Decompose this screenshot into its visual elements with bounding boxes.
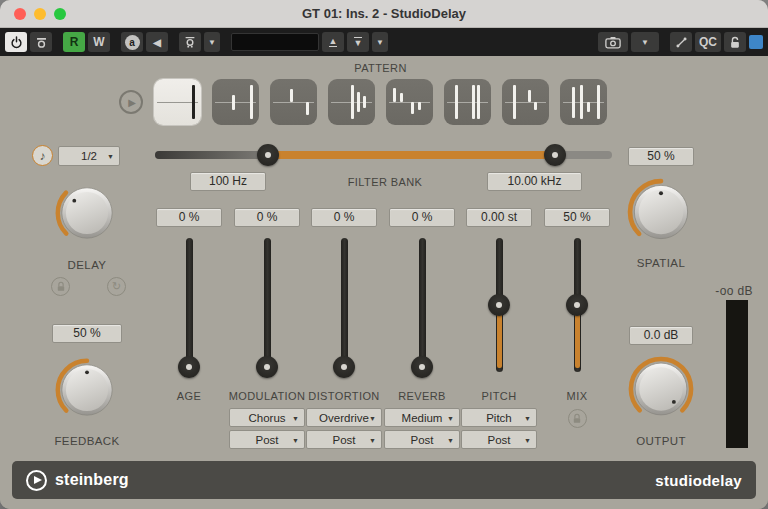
unlock-icon [729, 36, 741, 49]
delay-sync-value: 1/2 [81, 150, 97, 162]
reverb-type-dropdown[interactable]: Medium▼ [384, 408, 460, 427]
age-slider-handle[interactable] [178, 356, 200, 378]
lock-icon [572, 413, 582, 424]
pitch-value[interactable]: 0.00 st [466, 208, 532, 227]
preset-management-button[interactable] [179, 32, 201, 52]
distortion-type-dropdown[interactable]: Overdrive▼ [306, 408, 382, 427]
pattern-button-3[interactable] [270, 79, 317, 125]
mix-slider-handle[interactable] [566, 294, 588, 316]
spatial-label: SPATIAL [611, 257, 711, 269]
pattern-button-row [154, 79, 607, 125]
reverb-slider-handle[interactable] [411, 356, 433, 378]
bypass-button[interactable] [30, 32, 52, 52]
snapshot-dropdown[interactable]: ▼ [631, 32, 659, 52]
spatial-value[interactable]: 50 % [628, 147, 694, 166]
previous-preset-button[interactable]: ▲ [322, 32, 344, 52]
pattern-button-5[interactable] [386, 79, 433, 125]
output-knob[interactable] [626, 354, 696, 424]
next-preset-button[interactable]: ▼ [347, 32, 369, 52]
output-level-meter [726, 300, 748, 448]
play-icon: ▶ [128, 97, 136, 108]
quick-controls-button[interactable]: QC [695, 32, 721, 52]
distortion-slider-handle[interactable] [333, 356, 355, 378]
mix-label: MIX [527, 390, 627, 402]
routing-button[interactable] [670, 32, 692, 52]
brand-name: steinberg [55, 471, 129, 489]
camera-icon [605, 36, 621, 49]
triangle-up-icon: ▲ [329, 37, 338, 48]
bypass-icon [35, 36, 48, 49]
ab-icon: a [125, 35, 140, 50]
pitch-slider-handle[interactable] [488, 294, 510, 316]
spatial-knob[interactable] [625, 176, 697, 248]
delay-sync-dropdown[interactable]: 1/2▼ [58, 146, 120, 166]
titlebar: GT 01: Ins. 2 - StudioDelay [0, 0, 768, 28]
pattern-button-6[interactable] [444, 79, 491, 125]
chevron-down-icon: ▼ [641, 38, 649, 47]
window-title: GT 01: Ins. 2 - StudioDelay [0, 0, 768, 28]
tempo-sync-button[interactable]: ♪ [32, 145, 53, 166]
modulation-value[interactable]: 0 % [234, 208, 300, 227]
reverb-value[interactable]: 0 % [389, 208, 455, 227]
triangle-down-icon: ▼ [354, 37, 363, 48]
filter-low-value[interactable]: 100 Hz [190, 172, 266, 191]
lock-icon [56, 281, 66, 292]
pattern-play-button[interactable]: ▶ [119, 90, 143, 114]
pattern-button-7[interactable] [502, 79, 549, 125]
pattern-button-2[interactable] [212, 79, 259, 125]
delay-knob[interactable] [53, 179, 121, 247]
distortion-value[interactable]: 0 % [311, 208, 377, 227]
output-label: OUTPUT [611, 435, 711, 447]
filter-low-handle[interactable] [257, 144, 279, 166]
mix-value[interactable]: 50 % [544, 208, 610, 227]
filter-high-handle[interactable] [544, 144, 566, 166]
reverb-slider-track[interactable] [419, 238, 426, 372]
reverb-routing-dropdown[interactable]: Post▼ [384, 430, 460, 449]
pitch-routing-dropdown[interactable]: Post▼ [461, 430, 537, 449]
pattern-button-1[interactable] [154, 79, 201, 125]
ab-compare-button[interactable]: a [121, 32, 143, 52]
filter-bank-label: FILTER BANK [285, 176, 485, 188]
pattern-button-8[interactable] [560, 79, 607, 125]
modulation-routing-dropdown[interactable]: Post▼ [229, 430, 305, 449]
preset-management-icon [183, 35, 197, 49]
mix-lock-button[interactable] [568, 409, 587, 428]
plugin-toolbar: R W a ◀ ▼ ▲ ▼ ▼ ▼ QC [0, 28, 768, 56]
left-arrow-icon: ◀ [153, 37, 161, 48]
delay-lock-button[interactable] [51, 277, 70, 296]
plugin-window: GT 01: Ins. 2 - StudioDelay R W a ◀ ▼ ▲ … [0, 0, 768, 509]
snapshot-button[interactable] [598, 32, 628, 52]
plugin-body: PATTERN ▶ 100 Hz FILTER BANK 10.00 kHz ♪… [0, 56, 768, 509]
preset-name-field[interactable] [231, 33, 319, 51]
modulation-type-dropdown[interactable]: Chorus▼ [229, 408, 305, 427]
keyboard-focus-indicator[interactable] [749, 35, 763, 49]
modulation-slider-handle[interactable] [256, 356, 278, 378]
preset-list-dropdown[interactable]: ▼ [372, 32, 388, 52]
activate-effect-button[interactable] [5, 32, 27, 52]
feedback-label: FEEDBACK [37, 435, 137, 447]
delay-sync-refresh-button[interactable]: ↻ [107, 277, 126, 296]
preset-menu-dropdown[interactable]: ▼ [204, 32, 220, 52]
read-automation-button[interactable]: R [63, 32, 85, 52]
chevron-down-icon: ▼ [376, 38, 384, 47]
distortion-slider-track[interactable] [341, 238, 348, 372]
lock-button[interactable] [724, 32, 746, 52]
routing-icon [675, 36, 688, 49]
modulation-slider-track[interactable] [264, 238, 271, 372]
power-icon [10, 36, 23, 49]
footer-bar: steinberg studiodelay [12, 461, 756, 499]
feedback-knob[interactable] [53, 356, 121, 424]
feedback-value[interactable]: 50 % [52, 324, 122, 343]
refresh-icon: ↻ [112, 280, 121, 293]
steinberg-logo-icon [26, 470, 47, 491]
age-value[interactable]: 0 % [156, 208, 222, 227]
pattern-button-4[interactable] [328, 79, 375, 125]
write-automation-button[interactable]: W [88, 32, 110, 52]
filter-high-value[interactable]: 10.00 kHz [487, 172, 582, 191]
copy-a-to-b-button[interactable]: ◀ [146, 32, 168, 52]
pitch-type-dropdown[interactable]: Pitch▼ [461, 408, 537, 427]
age-slider-track[interactable] [186, 238, 193, 372]
delay-label: DELAY [37, 259, 137, 271]
output-value[interactable]: 0.0 dB [629, 326, 693, 345]
distortion-routing-dropdown[interactable]: Post▼ [306, 430, 382, 449]
